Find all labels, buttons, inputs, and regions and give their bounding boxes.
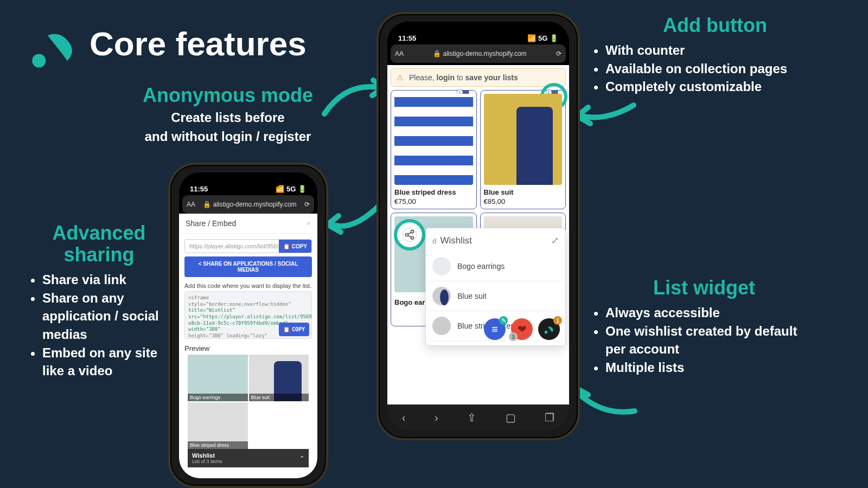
forward-icon[interactable]: › bbox=[435, 412, 438, 424]
embed-note: Add this code where you want to display … bbox=[184, 282, 312, 289]
preview-cell: Bogo earrings bbox=[188, 355, 248, 401]
preview-cell: Blue striped dress bbox=[188, 402, 248, 449]
phone-mockup-store: 11:55 📶 5G 🔋 AA 🔒 alistigo-demo.myshopif… bbox=[376, 12, 580, 440]
favorites-fab-icon[interactable]: ❤3 bbox=[511, 318, 533, 340]
text-size-icon[interactable]: AA bbox=[187, 201, 195, 208]
svg-point-6 bbox=[406, 234, 409, 236]
feature-label: Add button bbox=[590, 14, 840, 37]
page-title: Core features bbox=[90, 24, 307, 63]
copy-link-button[interactable]: 📋 COPY bbox=[279, 240, 311, 253]
reload-icon[interactable]: ⟳ bbox=[556, 50, 561, 57]
copy-code-button[interactable]: 📋 COPY bbox=[279, 323, 309, 336]
browser-nav-bar: ‹ › ⇪ ▢ ❐ bbox=[387, 404, 569, 431]
wishlist-item[interactable]: Blue suit bbox=[429, 281, 562, 311]
tabs-icon[interactable]: ❐ bbox=[545, 411, 554, 424]
share-icon: < bbox=[199, 261, 202, 267]
preview-cell: Blue suit bbox=[249, 355, 309, 401]
share-link-row: https://player.alistigo.com/list/9569 📋 … bbox=[184, 239, 312, 253]
bookmarks-icon[interactable]: ▢ bbox=[506, 411, 516, 424]
feature-label: Advanced sharing bbox=[27, 222, 171, 265]
wishlist-widget-popup[interactable]: d Wishlist ⤢ Bogo earrings Blue suit Blu… bbox=[425, 228, 566, 346]
expand-icon[interactable]: ⤢ bbox=[551, 235, 559, 246]
share-link-input[interactable]: https://player.alistigo.com/list/9569 bbox=[185, 240, 279, 253]
feature-advanced-sharing: Advanced sharing Share via link Share on… bbox=[27, 222, 171, 380]
feature-label: Anonymous mode bbox=[108, 84, 347, 107]
chevron-up-icon: ⌃ bbox=[299, 455, 304, 462]
svg-point-10 bbox=[545, 331, 548, 334]
svg-line-9 bbox=[408, 235, 411, 237]
product-image bbox=[484, 94, 563, 185]
svg-point-0 bbox=[32, 54, 46, 67]
product-card[interactable]: 1 Blue striped dress €75,00 bbox=[391, 90, 477, 209]
text-size-icon[interactable]: AA bbox=[395, 50, 404, 57]
feature-add-button: Add button With counter Available on col… bbox=[590, 14, 840, 96]
product-image bbox=[394, 94, 473, 185]
brand-fab-icon[interactable]: 1 bbox=[538, 318, 560, 340]
product-card[interactable]: 1 Blue suit €85,00 bbox=[480, 90, 566, 209]
feature-label: List widget bbox=[590, 277, 818, 299]
preview-wishlist-bar[interactable]: Wishlist List of 3 items ⌃ bbox=[188, 449, 309, 467]
add-list-fab-icon[interactable]: ≡✎ bbox=[484, 318, 506, 340]
reload-icon[interactable]: ⟳ bbox=[304, 201, 310, 208]
svg-point-7 bbox=[411, 236, 414, 239]
arrow-listwidget bbox=[570, 373, 640, 422]
brand-logo bbox=[28, 22, 77, 70]
preview-label: Preview bbox=[184, 344, 312, 352]
share-icon[interactable]: ⇪ bbox=[467, 411, 476, 424]
back-icon[interactable]: ‹ bbox=[402, 412, 406, 424]
share-icon[interactable] bbox=[403, 228, 417, 242]
warning-icon: ⚠ bbox=[397, 73, 404, 82]
share-social-button[interactable]: < SHARE ON APPLICATIONS / SOCIAL MEDIAS bbox=[184, 256, 312, 277]
preview-cell bbox=[249, 402, 309, 449]
close-icon[interactable]: × bbox=[307, 219, 311, 228]
feature-list-widget: List widget Always accessible One wishli… bbox=[590, 277, 818, 376]
wishlist-item[interactable]: Bogo earrings bbox=[429, 252, 562, 281]
embed-code-block[interactable]: <iframe style="border:none;overflow:hidd… bbox=[184, 291, 312, 339]
browser-address-bar[interactable]: AA 🔒 alistigo-demo.myshopify.com ⟳ bbox=[391, 44, 566, 63]
svg-point-5 bbox=[411, 230, 414, 233]
feature-anonymous-mode: Anonymous mode Create lists before and w… bbox=[108, 84, 347, 145]
preview-grid: Bogo earrings Blue suit Blue striped dre… bbox=[188, 355, 309, 449]
browser-address-bar[interactable]: AA 🔒 alistigo-demo.myshopify.com ⟳ bbox=[182, 195, 314, 214]
share-modal-header: Share / Embed × bbox=[179, 214, 317, 234]
highlight-marker bbox=[394, 219, 425, 251]
arrow-addbutton bbox=[574, 100, 639, 143]
login-banner[interactable]: ⚠ Please, login to save your lists bbox=[391, 68, 566, 87]
svg-line-8 bbox=[408, 232, 411, 234]
phone-mockup-share: 11:55 📶 5G 🔋 AA 🔒 alistigo-demo.myshopif… bbox=[168, 163, 328, 488]
